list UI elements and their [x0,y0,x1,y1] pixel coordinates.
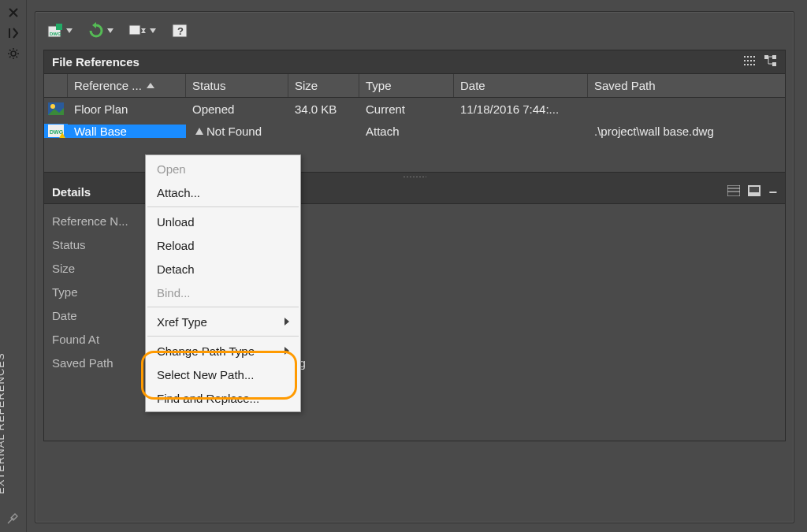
toolbar: DWG [35,12,794,50]
file-references-header: File References [44,50,785,74]
help-button[interactable]: ? [169,20,190,42]
svg-rect-11 [764,55,768,59]
collapse-icon[interactable]: − [768,188,777,196]
menu-item-detach[interactable]: Detach [146,257,300,281]
image-file-icon [47,102,65,116]
warning-icon [195,128,203,135]
dock-icon[interactable] [6,510,21,526]
svg-rect-5 [129,25,140,35]
auto-hide-icon[interactable] [6,25,21,41]
menu-separator [147,206,299,207]
cell-size: 34.0 KB [288,102,359,116]
column-header-date[interactable]: Date [454,74,588,97]
menu-separator [147,307,299,307]
properties-gear-icon[interactable] [6,46,21,61]
table-row[interactable]: DWG Wall Base Not Found Attach .\project… [44,120,785,142]
cell-status: Opened [186,102,288,116]
attach-dwg-button[interactable]: DWG [45,20,75,42]
column-header-type[interactable]: Type [359,74,454,97]
grid-column-headers: Reference ... Status Size Type Date Save… [44,74,785,98]
svg-rect-13 [772,62,776,66]
cell-type: Attach [359,125,454,138]
svg-rect-4 [56,24,62,30]
menu-separator [147,336,299,337]
menu-item-find-replace[interactable]: Find and Replace... [146,386,300,410]
list-view-icon[interactable] [744,55,757,69]
menu-item-attach[interactable]: Attach... [146,180,300,204]
column-header-reference[interactable]: Reference ... [68,74,186,97]
preview-icon[interactable] [748,185,761,199]
column-header-size[interactable]: Size [288,74,359,97]
menu-item-xref-type[interactable]: Xref Type [146,310,300,333]
section-title: Details [52,185,91,199]
column-header-status[interactable]: Status [186,74,288,97]
svg-point-1 [11,51,16,56]
grip-icon [403,176,426,178]
cell-reference-name: Floor Plan [68,102,186,116]
dropdown-arrow-icon[interactable] [149,27,157,35]
menu-item-unload[interactable]: Unload [146,210,300,233]
change-path-button[interactable] [127,20,158,42]
cell-saved-path: .\project\wall base.dwg [588,125,785,138]
cell-type: Current [359,102,454,116]
svg-text:DWG: DWG [50,32,61,36]
dwg-file-warning-icon: DWG [47,124,65,138]
close-icon[interactable] [6,5,21,20]
chevron-right-icon [284,347,289,355]
menu-item-reload[interactable]: Reload [146,233,300,257]
table-row[interactable]: Floor Plan Opened 34.0 KB Current 11/18/… [44,98,785,120]
context-menu: Open Attach... Unload Reload Detach Bind… [145,154,301,412]
palette-title: EXTERNAL REFERENCES [0,352,6,494]
menu-item-bind[interactable]: Bind... [146,281,300,304]
svg-text:?: ? [177,25,184,37]
sort-ascending-icon [147,83,154,88]
dropdown-arrow-icon[interactable] [106,27,114,35]
column-header-icon[interactable] [44,74,68,97]
cell-reference-name: Wall Base [68,125,186,138]
menu-item-change-path-type[interactable]: Change Path Type [146,339,300,363]
menu-item-select-new-path[interactable]: Select New Path... [146,363,300,386]
svg-rect-12 [772,55,776,59]
svg-text:DWG: DWG [50,129,64,135]
dropdown-arrow-icon[interactable] [65,27,73,35]
chevron-right-icon [284,318,289,326]
menu-item-open[interactable]: Open [146,157,300,180]
svg-rect-22 [749,187,759,192]
details-list-icon[interactable] [727,185,740,199]
tree-view-icon[interactable] [764,55,777,69]
column-header-saved-path[interactable]: Saved Path [588,74,785,97]
cell-date: 11/18/2016 7:44:... [454,102,588,116]
svg-rect-18 [727,185,740,196]
refresh-button[interactable] [86,20,116,42]
svg-point-15 [50,104,55,109]
palette-rail: EXTERNAL REFERENCES [0,0,27,532]
cell-status: Not Found [186,125,288,138]
section-title: File References [52,55,139,69]
